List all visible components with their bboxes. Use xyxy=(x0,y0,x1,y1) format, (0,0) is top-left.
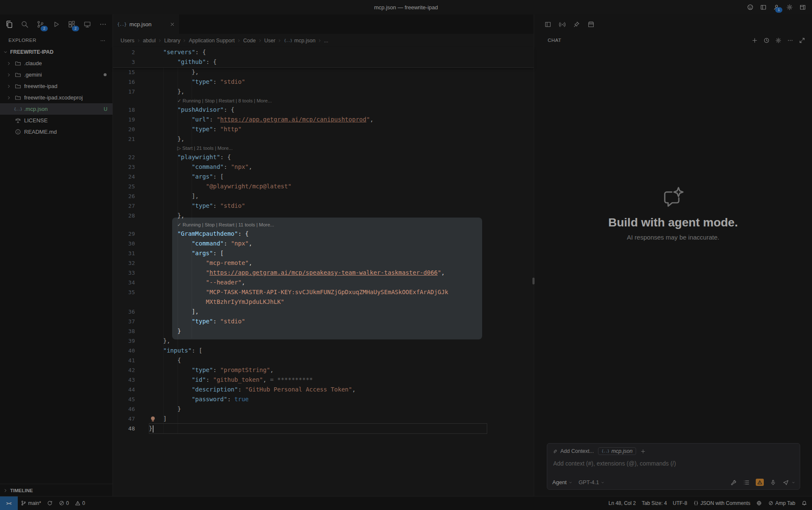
code-line[interactable]: 15 }, xyxy=(113,67,534,77)
breadcrumb-item[interactable]: abdul xyxy=(143,38,156,44)
code-line[interactable]: 17 }, xyxy=(113,87,534,96)
code-line[interactable]: 41 { xyxy=(113,356,534,365)
code-line[interactable]: 36 ], xyxy=(113,307,534,317)
breadcrumb-item[interactable]: ... xyxy=(324,38,328,44)
code-line[interactable]: MXtBzhrIyYmJpduLKJhLK" xyxy=(113,297,534,307)
git-branch[interactable]: main* xyxy=(18,496,44,510)
code-line[interactable]: 37 "type": "stdio" xyxy=(113,317,534,326)
code-line[interactable]: 46 } xyxy=(113,404,534,414)
code-line[interactable]: 31 "args": [ xyxy=(113,248,534,258)
instructions-icon[interactable] xyxy=(743,479,750,486)
settings-gear-icon[interactable] xyxy=(786,4,793,11)
codelens-text[interactable]: ✓ Running | Stop | Restart | 11 tools | … xyxy=(135,221,274,229)
code-line[interactable]: 29 "GramMcpauthdemo": { xyxy=(113,229,534,239)
tree-root-folder[interactable]: FREEWRITE-IPAD xyxy=(0,47,112,58)
code-line[interactable]: 19 "url": "https://app.getgram.ai/mcp/ca… xyxy=(113,115,534,124)
add-context-button[interactable]: Add Context... xyxy=(552,448,594,454)
history-icon[interactable] xyxy=(763,37,770,44)
code-line[interactable]: 20 "type": "http" xyxy=(113,124,534,134)
code-line[interactable]: 16 "type": "stdio" xyxy=(113,77,534,87)
tree-item-mcp-json[interactable]: .mcp.jsonU xyxy=(0,103,112,115)
code-line[interactable]: 39 }, xyxy=(113,336,534,346)
explorer-more-icon[interactable] xyxy=(100,37,106,44)
language-mode[interactable]: JSON with Comments xyxy=(690,496,754,510)
add-file-icon[interactable] xyxy=(640,449,646,454)
indentation[interactable]: Tab Size: 4 xyxy=(639,496,669,510)
timeline-section[interactable]: TIMELINE xyxy=(0,484,112,496)
more-actions-icon[interactable] xyxy=(787,37,793,44)
package-icon[interactable] xyxy=(587,20,595,28)
chat-input[interactable] xyxy=(552,460,795,467)
source-control-icon[interactable]: 2 xyxy=(36,19,45,29)
tools-icon[interactable] xyxy=(730,479,737,486)
code-line[interactable]: 48} xyxy=(113,424,534,433)
breadcrumb-item[interactable]: Application Support xyxy=(189,38,234,44)
model-picker[interactable]: GPT-4.1 xyxy=(579,479,605,485)
extensions-icon[interactable]: 2 xyxy=(67,19,77,29)
code-line[interactable]: 34 "--header", xyxy=(113,278,534,287)
tree-item-gemini[interactable]: .gemini xyxy=(0,69,112,80)
code-line[interactable]: 30 "command": "npx", xyxy=(113,239,534,248)
code-line[interactable]: 33 "https://app.getgram.ai/mcp/speakeasy… xyxy=(113,268,534,278)
code-line[interactable]: 38 } xyxy=(113,326,534,336)
code-line[interactable]: 35 "MCP-TASK-MASTER-API-KEY:svCJUkmFUNZj… xyxy=(113,287,534,297)
code-line[interactable]: 3 "github": { xyxy=(113,57,534,67)
pin-icon[interactable] xyxy=(573,20,580,28)
more-views-icon[interactable] xyxy=(98,19,108,29)
warning-count[interactable]: 0 xyxy=(72,496,88,510)
code-line[interactable]: 22 "playwright": { xyxy=(113,152,534,162)
broadcast-icon[interactable] xyxy=(559,20,566,28)
customize-layout-icon[interactable] xyxy=(799,4,806,11)
explorer-icon[interactable] xyxy=(4,19,14,29)
tree-item-license[interactable]: LICENSE xyxy=(0,115,112,126)
encoding[interactable]: UTF-8 xyxy=(670,496,690,510)
cursor-position[interactable]: Ln 48, Col 2 xyxy=(606,496,639,510)
code-line[interactable]: 24 "args": [ xyxy=(113,172,534,182)
send-options-icon[interactable] xyxy=(791,480,796,485)
sync-status[interactable] xyxy=(44,496,56,510)
remote-indicator[interactable]: >< xyxy=(0,496,18,510)
maximize-panel-icon[interactable] xyxy=(799,37,805,44)
error-count[interactable]: 0 xyxy=(56,496,72,510)
notifications-bell[interactable] xyxy=(798,496,812,510)
code-line[interactable]: 27 "type": "stdio" xyxy=(113,201,534,211)
codelens-text[interactable]: ▷ Start | 21 tools | More... xyxy=(135,144,233,152)
tree-item-readme-md[interactable]: README.md xyxy=(0,126,112,138)
tree-item-freewrite-ipad[interactable]: freewrite-ipad xyxy=(0,80,112,92)
code-line[interactable]: 47 ] xyxy=(113,414,534,424)
browser-status[interactable] xyxy=(753,496,765,510)
code-line[interactable]: 45 "password": true xyxy=(113,394,534,404)
settings-icon[interactable] xyxy=(775,37,782,44)
copilot-icon[interactable] xyxy=(747,4,754,11)
close-icon[interactable] xyxy=(170,22,175,27)
account-icon[interactable]: 1 xyxy=(773,4,780,11)
code-line[interactable]: 2 "servers": { xyxy=(113,47,534,57)
context-file-chip[interactable]: mcp.json xyxy=(598,447,636,455)
code-line[interactable]: 21 }, xyxy=(113,134,534,144)
code-line[interactable]: 43 "id": "github_token", = ********** xyxy=(113,375,534,385)
mode-picker[interactable]: Agent xyxy=(552,479,573,485)
breadcrumb-item[interactable]: mcp.json xyxy=(284,38,315,44)
warning-icon[interactable] xyxy=(756,479,764,486)
panel-resize-handle[interactable] xyxy=(532,278,535,284)
live-preview-icon[interactable] xyxy=(82,19,92,29)
new-chat-icon[interactable] xyxy=(752,37,758,44)
tree-item-freewrite-ipad-xcodeproj[interactable]: freewrite-ipad.xcodeproj xyxy=(0,92,112,103)
search-icon[interactable] xyxy=(20,19,30,29)
tree-item-claude[interactable]: .claude xyxy=(0,58,112,69)
code-line[interactable]: 26 ], xyxy=(113,191,534,201)
amp-tab[interactable]: Amp Tab xyxy=(765,496,798,510)
code-line[interactable]: 42 "type": "promptString", xyxy=(113,365,534,375)
lightbulb-icon[interactable] xyxy=(151,416,155,420)
code-line[interactable]: 44 "description": "GitHub Personal Acces… xyxy=(113,385,534,394)
code-line[interactable]: 25 "@playwright/mcp@latest" xyxy=(113,182,534,191)
breadcrumb-item[interactable]: Users xyxy=(121,38,134,44)
tab-mcp-json[interactable]: mcp.json xyxy=(113,14,180,34)
code-line[interactable]: 28 }, xyxy=(113,211,534,221)
codelens-text[interactable]: ✓ Running | Stop | Restart | 8 tools | M… xyxy=(135,96,272,105)
code-line[interactable]: 40 "inputs": [ xyxy=(113,346,534,356)
code-line[interactable]: 18 "pushAdvisor": { xyxy=(113,105,534,115)
mic-icon[interactable] xyxy=(770,479,776,486)
breadcrumb-item[interactable]: Code xyxy=(243,38,256,44)
breadcrumb-item[interactable]: Library xyxy=(164,38,180,44)
